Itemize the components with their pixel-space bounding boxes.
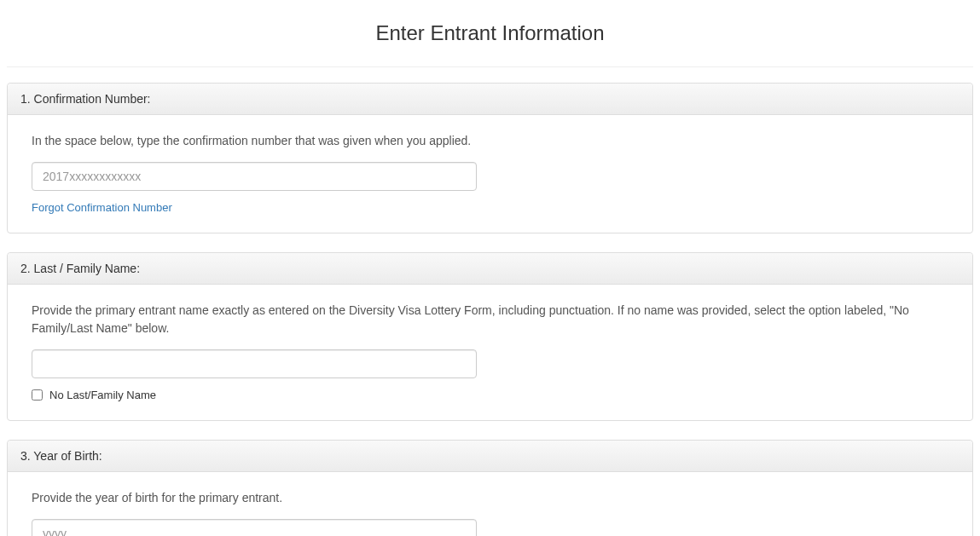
panel-last-name: 2. Last / Family Name: Provide the prima…: [7, 252, 973, 421]
page-title: Enter Entrant Information: [7, 21, 973, 45]
confirmation-number-input[interactable]: [32, 162, 477, 191]
lastname-instruction: Provide the primary entrant name exactly…: [32, 302, 948, 337]
panel-body-lastname: Provide the primary entrant name exactly…: [8, 285, 972, 420]
title-divider: [7, 66, 973, 67]
panel-confirmation-number: 1. Confirmation Number: In the space bel…: [7, 83, 973, 233]
panel-body-confirmation: In the space below, type the confirmatio…: [8, 115, 972, 233]
panel-heading-lastname: 2. Last / Family Name:: [8, 253, 972, 285]
panel-body-yob: Provide the year of birth for the primar…: [8, 472, 972, 536]
year-of-birth-input[interactable]: [32, 519, 477, 536]
panel-heading-yob: 3. Year of Birth:: [8, 441, 972, 472]
confirmation-instruction: In the space below, type the confirmatio…: [32, 132, 948, 150]
forgot-confirmation-link[interactable]: Forgot Confirmation Number: [32, 201, 172, 214]
panel-heading-confirmation: 1. Confirmation Number:: [8, 84, 972, 115]
panel-year-of-birth: 3. Year of Birth: Provide the year of bi…: [7, 440, 973, 536]
no-last-name-label: No Last/Family Name: [49, 389, 156, 401]
no-last-name-checkbox[interactable]: [32, 389, 43, 401]
last-name-input[interactable]: [32, 349, 477, 378]
yob-instruction: Provide the year of birth for the primar…: [32, 489, 948, 507]
no-last-name-row: No Last/Family Name: [32, 389, 948, 401]
